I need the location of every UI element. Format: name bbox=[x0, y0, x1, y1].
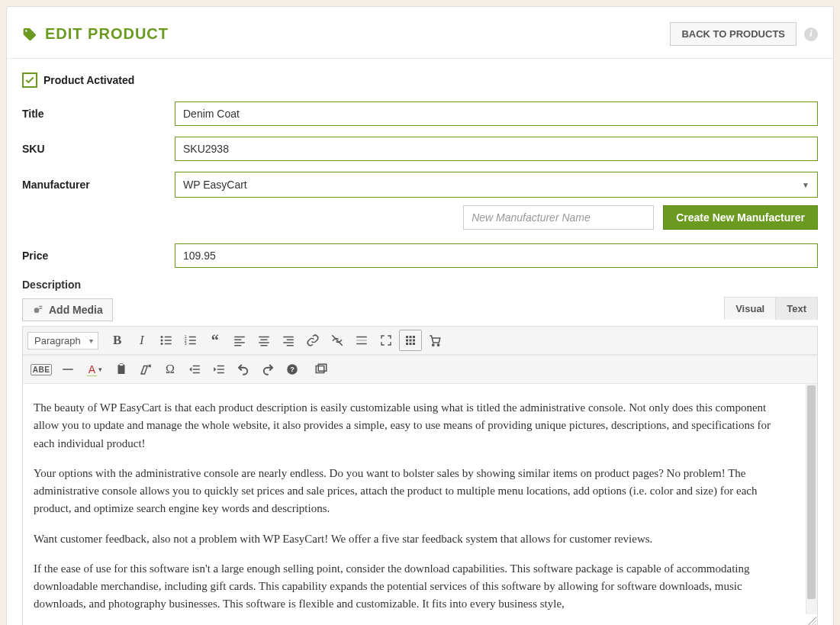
sku-label: SKU bbox=[22, 143, 175, 155]
special-char-button[interactable]: Ω bbox=[159, 359, 182, 380]
svg-rect-17 bbox=[259, 337, 269, 338]
bullet-list-button[interactable] bbox=[155, 330, 178, 351]
svg-point-39 bbox=[437, 344, 439, 346]
edit-product-card: EDIT PRODUCT BACK TO PRODUCTS i Product … bbox=[6, 6, 834, 625]
svg-rect-33 bbox=[409, 340, 411, 342]
svg-text:?: ? bbox=[290, 366, 294, 373]
scrollbar[interactable] bbox=[806, 384, 817, 614]
toolbar-toggle-button[interactable] bbox=[399, 330, 422, 351]
description-paragraph: Want customer feedback, also not a probl… bbox=[34, 530, 806, 548]
svg-rect-16 bbox=[234, 345, 241, 346]
card-header: EDIT PRODUCT BACK TO PRODUCTS i bbox=[7, 7, 833, 59]
outdent-button[interactable] bbox=[183, 359, 206, 380]
title-input[interactable] bbox=[175, 101, 818, 126]
editor-content[interactable]: The beauty of WP EasyCart is that each p… bbox=[23, 384, 817, 625]
svg-rect-45 bbox=[193, 372, 200, 374]
svg-rect-14 bbox=[234, 340, 241, 341]
svg-rect-54 bbox=[318, 364, 327, 371]
svg-rect-6 bbox=[164, 343, 171, 345]
svg-rect-30 bbox=[409, 336, 411, 338]
svg-rect-13 bbox=[234, 337, 245, 338]
align-left-button[interactable] bbox=[228, 330, 251, 351]
svg-rect-31 bbox=[413, 336, 415, 338]
tab-text[interactable]: Text bbox=[775, 297, 818, 320]
svg-point-3 bbox=[160, 343, 163, 345]
svg-rect-10 bbox=[188, 337, 195, 338]
svg-point-1 bbox=[160, 336, 163, 338]
svg-text:3: 3 bbox=[184, 341, 186, 346]
manufacturer-selected-value: WP EasyCart bbox=[183, 179, 247, 191]
product-activated-label: Product Activated bbox=[43, 74, 134, 86]
insert-more-button[interactable] bbox=[350, 330, 373, 351]
text-color-button[interactable]: A ▾ bbox=[81, 359, 108, 380]
svg-point-2 bbox=[160, 340, 163, 342]
manufacturer-select[interactable]: WP EasyCart ▼ bbox=[175, 172, 818, 198]
svg-rect-37 bbox=[413, 343, 415, 345]
new-manufacturer-input[interactable] bbox=[463, 205, 654, 230]
link-button[interactable] bbox=[301, 330, 324, 351]
svg-rect-24 bbox=[286, 345, 293, 346]
svg-rect-11 bbox=[188, 340, 195, 341]
clear-formatting-button[interactable] bbox=[134, 359, 157, 380]
svg-rect-20 bbox=[260, 345, 267, 346]
svg-rect-18 bbox=[260, 340, 267, 341]
unlink-button[interactable] bbox=[326, 330, 349, 351]
tab-visual[interactable]: Visual bbox=[724, 297, 775, 320]
title-label: Title bbox=[22, 108, 175, 120]
bold-button[interactable]: B bbox=[106, 330, 129, 351]
price-input[interactable] bbox=[175, 243, 818, 268]
gallery-icon-button[interactable] bbox=[310, 359, 333, 380]
back-to-products-button[interactable]: BACK TO PRODUCTS bbox=[670, 22, 797, 46]
price-label: Price bbox=[22, 250, 175, 262]
svg-marker-46 bbox=[189, 367, 191, 372]
page-title: EDIT PRODUCT bbox=[45, 25, 169, 43]
svg-rect-48 bbox=[217, 369, 224, 370]
svg-rect-49 bbox=[217, 372, 224, 374]
create-manufacturer-button[interactable]: Create New Manufacturer bbox=[663, 205, 818, 230]
help-button[interactable]: ? bbox=[281, 359, 304, 380]
horizontal-rule-button[interactable] bbox=[56, 359, 79, 380]
svg-rect-53 bbox=[316, 366, 324, 373]
svg-marker-50 bbox=[214, 367, 216, 372]
align-center-button[interactable] bbox=[253, 330, 275, 351]
italic-button[interactable]: I bbox=[130, 330, 153, 351]
add-media-button[interactable]: Add Media bbox=[22, 298, 113, 321]
paste-text-button[interactable] bbox=[110, 359, 133, 380]
editor-toolbar-row2: ABE A ▾ Ω ? bbox=[23, 355, 817, 384]
editor-toolbar-row1: Paragraph B I 123 “ bbox=[23, 327, 817, 355]
svg-rect-34 bbox=[413, 340, 415, 342]
svg-rect-36 bbox=[409, 343, 411, 345]
svg-rect-29 bbox=[406, 336, 408, 338]
svg-rect-15 bbox=[234, 342, 245, 343]
undo-button[interactable] bbox=[232, 359, 255, 380]
scrollbar-thumb[interactable] bbox=[807, 385, 816, 599]
svg-point-38 bbox=[432, 344, 433, 346]
svg-rect-5 bbox=[164, 340, 171, 341]
strikethrough-button[interactable]: ABE bbox=[27, 359, 55, 380]
fullscreen-button[interactable] bbox=[375, 330, 397, 351]
svg-rect-4 bbox=[164, 337, 171, 338]
svg-point-0 bbox=[34, 308, 40, 313]
sku-input[interactable] bbox=[175, 137, 818, 161]
svg-rect-28 bbox=[356, 343, 367, 345]
blockquote-button[interactable]: “ bbox=[204, 330, 227, 351]
redo-button[interactable] bbox=[256, 359, 279, 380]
svg-rect-47 bbox=[217, 366, 224, 367]
media-icon bbox=[32, 304, 44, 316]
info-icon[interactable]: i bbox=[804, 27, 818, 41]
svg-rect-32 bbox=[406, 340, 408, 342]
svg-rect-42 bbox=[120, 364, 124, 366]
wysiwyg-editor: Paragraph B I 123 “ ABE A ▾ bbox=[22, 326, 818, 625]
cart-icon-button[interactable] bbox=[423, 330, 446, 351]
resize-handle[interactable] bbox=[806, 617, 816, 625]
indent-button[interactable] bbox=[208, 359, 230, 380]
numbered-list-button[interactable]: 123 bbox=[179, 330, 202, 351]
svg-rect-35 bbox=[406, 343, 408, 345]
align-right-button[interactable] bbox=[277, 330, 300, 351]
tag-icon bbox=[22, 27, 37, 42]
manufacturer-label: Manufacturer bbox=[22, 179, 175, 191]
description-paragraph: Your options with the administrative con… bbox=[34, 465, 806, 518]
svg-rect-44 bbox=[193, 369, 200, 370]
product-activated-checkbox[interactable] bbox=[22, 72, 37, 88]
paragraph-format-select[interactable]: Paragraph bbox=[27, 332, 98, 350]
